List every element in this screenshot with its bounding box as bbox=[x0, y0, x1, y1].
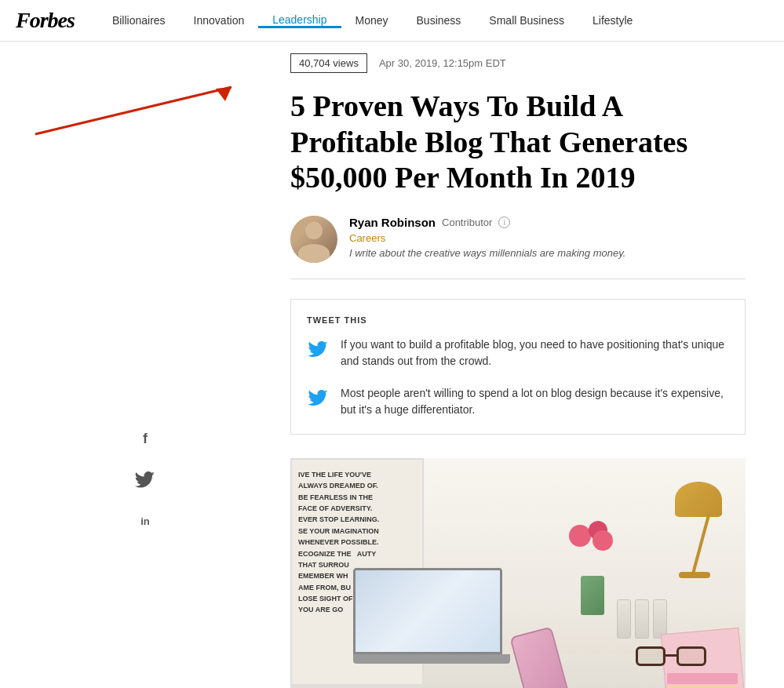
nav-list: Billionaires Innovation Leadership Money… bbox=[98, 13, 647, 28]
twitter-icon-2 bbox=[307, 387, 329, 409]
nav-item-lifestyle[interactable]: Lifestyle bbox=[578, 14, 647, 27]
author-info: Ryan Robinson Contributor i Careers I wr… bbox=[349, 216, 746, 259]
tweet-item-2[interactable]: Most people aren't willing to spend a lo… bbox=[307, 385, 729, 418]
desk-lamp bbox=[675, 482, 722, 517]
twitter-share-button[interactable] bbox=[133, 467, 158, 492]
bottle-3 bbox=[653, 599, 667, 639]
social-share-bar: f in bbox=[133, 426, 158, 533]
tweet-text-2: Most people aren't willing to spend a lo… bbox=[341, 385, 729, 418]
tweet-item-1[interactable]: If you want to build a profitable blog, … bbox=[307, 337, 729, 369]
content-wrapper: f in 40,704 views Apr 30, 2019, 12:15pm bbox=[0, 42, 784, 688]
annotation-arrow bbox=[12, 71, 263, 142]
article-hero-image: IVE THE LIFE YOU'VE ALWAYS DREAMED OF. B… bbox=[290, 458, 746, 688]
author-avatar[interactable] bbox=[290, 216, 337, 263]
laptop-screen-display bbox=[356, 570, 500, 652]
desk-scene: IVE THE LIFE YOU'VE ALWAYS DREAMED OF. B… bbox=[290, 458, 746, 688]
glasses-frame bbox=[636, 646, 706, 670]
book-1 bbox=[667, 673, 738, 684]
flower-bloom-3 bbox=[593, 530, 613, 551]
nav-item-small-business[interactable]: Small Business bbox=[475, 14, 578, 27]
nav-item-business[interactable]: Business bbox=[403, 14, 476, 27]
contributor-label: Contributor bbox=[442, 217, 492, 228]
left-sidebar: f in bbox=[0, 42, 290, 688]
nav-item-money[interactable]: Money bbox=[341, 14, 403, 27]
article-date: Apr 30, 2019, 12:15pm EDT bbox=[379, 57, 506, 69]
nav-item-leadership[interactable]: Leadership bbox=[258, 13, 341, 28]
flower-vase bbox=[581, 576, 604, 615]
nav-item-billionaires[interactable]: Billionaires bbox=[98, 14, 180, 27]
laptop-screen bbox=[353, 568, 502, 654]
tweet-section: TWEET THIS If you want to build a profit… bbox=[290, 299, 746, 435]
article-title: 5 Proven Ways To Build A Profitable Blog… bbox=[290, 89, 746, 196]
lamp-arm bbox=[691, 514, 711, 575]
svg-text:in: in bbox=[140, 515, 150, 527]
site-header: Forbes Billionaires Innovation Leadershi… bbox=[0, 0, 784, 42]
lamp-base bbox=[679, 572, 710, 578]
book-stack bbox=[667, 673, 738, 688]
glasses-bridge bbox=[665, 654, 676, 657]
facebook-share-button[interactable]: f bbox=[133, 426, 158, 451]
laptop bbox=[353, 568, 510, 678]
tweet-text-1: If you want to build a profitable blog, … bbox=[341, 337, 729, 369]
nav-item-innovation[interactable]: Innovation bbox=[180, 14, 259, 27]
svg-line-0 bbox=[35, 87, 232, 134]
tweet-section-header: TWEET THIS bbox=[307, 315, 729, 325]
decorative-bottles bbox=[617, 599, 667, 639]
flower-arrangement bbox=[561, 521, 624, 615]
author-name-row: Ryan Robinson Contributor i bbox=[349, 216, 746, 229]
svg-marker-1 bbox=[216, 87, 232, 101]
glasses-right-lens bbox=[676, 646, 706, 666]
author-avatar-image bbox=[290, 216, 337, 263]
article-meta: 40,704 views Apr 30, 2019, 12:15pm EDT bbox=[290, 53, 746, 73]
glasses-left-lens bbox=[636, 646, 665, 666]
lamp-shade bbox=[675, 482, 722, 517]
info-icon[interactable]: i bbox=[498, 217, 510, 228]
eyeglasses bbox=[636, 646, 706, 670]
laptop-base bbox=[353, 654, 510, 664]
twitter-icon-1 bbox=[307, 338, 329, 360]
svg-text:f: f bbox=[143, 431, 148, 446]
author-category[interactable]: Careers bbox=[349, 232, 746, 244]
forbes-logo[interactable]: Forbes bbox=[16, 8, 75, 33]
author-name[interactable]: Ryan Robinson bbox=[349, 216, 436, 229]
linkedin-share-button[interactable]: in bbox=[133, 508, 158, 533]
flower-blooms bbox=[561, 521, 624, 576]
author-section: Ryan Robinson Contributor i Careers I wr… bbox=[290, 216, 746, 279]
article-content: 40,704 views Apr 30, 2019, 12:15pm EDT 5… bbox=[290, 42, 777, 688]
bottle-2 bbox=[635, 599, 649, 639]
views-badge: 40,704 views bbox=[290, 53, 367, 73]
author-bio: I write about the creative ways millenni… bbox=[349, 247, 746, 259]
main-nav: Billionaires Innovation Leadership Money… bbox=[98, 13, 647, 28]
bottle-1 bbox=[617, 599, 631, 639]
flower-bloom-1 bbox=[569, 525, 591, 547]
